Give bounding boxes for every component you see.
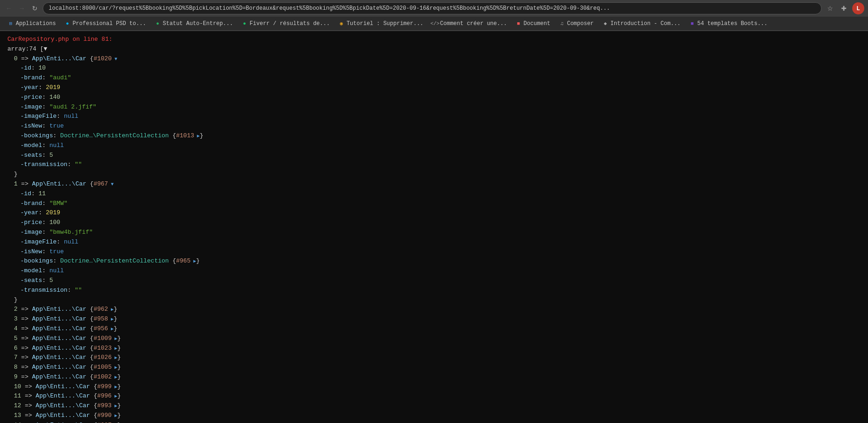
field-bookings-0: -bookings: Doctrine…\PersistentCollectio… [7,131,861,141]
url-text: localhost:8000/car/?request%5Bbooking%5D… [49,5,610,12]
toggle-item-0[interactable]: ▼ [112,56,117,63]
debug-item-12: 12 => App\Enti...\Car {#993 ▶} [7,401,861,411]
field-isnew-1: -isNew: true [7,247,861,257]
toggle-item-12[interactable]: ▶ [112,403,117,410]
bookmark-auto[interactable]: ● Statut Auto-Entrep... [151,19,237,28]
bookmark-code[interactable]: </> Comment créer une... [428,19,511,28]
extensions-button[interactable]: ✚ [838,3,849,14]
field-model-0: -model: null [7,141,861,151]
psd-icon: ● [64,20,71,27]
item-1-close: } [7,295,861,305]
tutorial-icon: ◉ [338,20,345,27]
toggle-item-7[interactable]: ▶ [112,354,117,362]
debug-file-line: CarRepository.php on line 81: [7,35,861,45]
toggle-bookings-0[interactable]: ▶ [194,133,200,140]
field-price-1: -price: 100 [7,218,861,228]
toggle-bookings-1[interactable]: ▶ [191,258,196,265]
forward-button[interactable]: → [17,3,27,13]
toggle-item-10[interactable]: ▶ [112,384,117,391]
bookmark-star-button[interactable]: ☆ [824,3,836,14]
bookmark-label: Fiverr / résultats de... [250,20,330,27]
back-button[interactable]: ← [4,3,14,13]
bookmark-composer[interactable]: ♫ Composer [555,19,598,28]
code-icon: </> [432,20,438,27]
bookmark-doc[interactable]: ■ Document [512,19,554,28]
debug-item-13: 13 => App\Enti...\Car {#990 ▶} [7,411,861,421]
debug-item-7: 7 => App\Enti...\Car {#1026 ▶} [7,353,861,363]
bookmark-label: Statut Auto-Entrep... [163,20,233,27]
debug-item-14: 14 => App\Enti...\Car {#987 ▶} [7,421,861,423]
browser-chrome: ← → ↻ localhost:8000/car/?request%5Bbook… [0,0,868,31]
debug-item-3: 3 => App\Enti...\Car {#958 ▶} [7,314,861,324]
bookmark-label: Document [524,20,551,27]
debug-item-8: 8 => App\Enti...\Car {#1005 ▶} [7,363,861,372]
bookmark-intro[interactable]: ◆ Introduction - Com... [598,19,684,28]
field-year-0: -year: 2019 [7,83,861,93]
field-id-1: -id: 11 [7,189,861,199]
field-year-1: -year: 2019 [7,208,861,218]
fiverr-icon: ● [241,20,248,27]
field-seats-1: -seats: 5 [7,276,861,286]
field-price-0: -price: 140 [7,93,861,103]
toggle-item-1[interactable]: ▼ [108,181,114,188]
debug-item-10: 10 => App\Enti...\Car {#999 ▶} [7,382,861,392]
apps-icon: ⊞ [7,20,14,27]
toggle-item-3[interactable]: ▶ [108,316,114,323]
toggle-item-2[interactable]: ▶ [108,306,114,314]
debug-item-6: 6 => App\Enti...\Car {#1023 ▶} [7,344,861,353]
field-imagefile-0: -imageFile: null [7,112,861,122]
address-bar[interactable]: localhost:8000/car/?request%5Bbooking%5D… [43,2,822,14]
reload-button[interactable]: ↻ [30,3,40,13]
debug-item-2: 2 => App\Enti...\Car {#962 ▶} [7,305,861,314]
toggle-item-13[interactable]: ▶ [112,412,117,420]
bookmark-tutorial[interactable]: ◉ Tutoriel : Supprimer... [334,19,427,28]
field-bookings-1: -bookings: Doctrine…\PersistentCollectio… [7,256,861,266]
field-id-0: -id: 10 [7,64,861,73]
collapsed-items: 2 => App\Enti...\Car {#962 ▶}3 => App\En… [7,305,861,423]
field-brand-1: -brand: "BMW" [7,199,861,209]
bookmark-fiverr[interactable]: ● Fiverr / résultats de... [238,19,334,28]
item-0-header: 0 => App\Enti...\Car { #1020 ▼ [7,54,861,64]
field-image-1: -image: "bmw4b.jfif" [7,228,861,237]
bookmark-label: Tutoriel : Supprimer... [347,20,424,27]
field-isnew-0: -isNew: true [7,122,861,131]
debug-item-1: 1 => App\Enti...\Car { #967 ▼ -id: 11 -b… [7,179,861,305]
bootstrap-icon: ■ [689,20,695,27]
intro-icon: ◆ [602,20,609,27]
file-line-text: CarRepository.php on line 81: [7,35,112,45]
debug-item-0: 0 => App\Enti...\Car { #1020 ▼ -id: 10 -… [7,54,861,179]
bookmark-label: Introduction - Com... [611,20,681,27]
bookmark-label: 54 templates Boots... [697,20,767,27]
toggle-item-9[interactable]: ▶ [112,374,117,381]
toggle-item-6[interactable]: ▶ [112,345,117,352]
toggle-item-4[interactable]: ▶ [108,326,114,333]
debug-output: CarRepository.php on line 81: array:74 [… [0,31,868,423]
field-seats-0: -seats: 5 [7,151,861,160]
field-model-1: -model: null [7,266,861,276]
doc-icon: ■ [515,20,522,27]
debug-item-5: 5 => App\Enti...\Car {#1009 ▶} [7,334,861,344]
toggle-item-11[interactable]: ▶ [112,393,117,400]
field-transmission-1: -transmission: "" [7,286,861,295]
toggle-item-5[interactable]: ▶ [112,335,117,343]
auto-icon: ● [154,20,161,27]
composer-icon: ♫ [559,20,565,27]
array-header-text: array:74 [▼ [7,45,47,54]
debug-item-9: 9 => App\Enti...\Car {#1002 ▶} [7,372,861,382]
item-0-close: } [7,170,861,179]
item-1-header: 1 => App\Enti...\Car { #967 ▼ [7,179,861,189]
field-transmission-0: -transmission: "" [7,160,861,170]
field-image-0: -image: "audi 2.jfif" [7,103,861,112]
bookmark-label: Comment créer une... [440,20,507,27]
field-imagefile-1: -imageFile: null [7,237,861,247]
bookmark-label: Professional PSD to... [72,20,146,27]
toggle-item-8[interactable]: ▶ [112,364,117,372]
bookmark-label: Applications [16,20,56,27]
bookmark-bootstrap[interactable]: ■ 54 templates Boots... [685,19,771,28]
user-avatar[interactable]: L [852,2,864,14]
bookmark-psd[interactable]: ● Professional PSD to... [60,19,149,28]
bookmark-label: Composer [567,20,594,27]
debug-item-4: 4 => App\Enti...\Car {#956 ▶} [7,324,861,334]
bookmark-applications[interactable]: ⊞ Applications [4,19,59,28]
debug-array-header: array:74 [▼ [7,45,861,54]
